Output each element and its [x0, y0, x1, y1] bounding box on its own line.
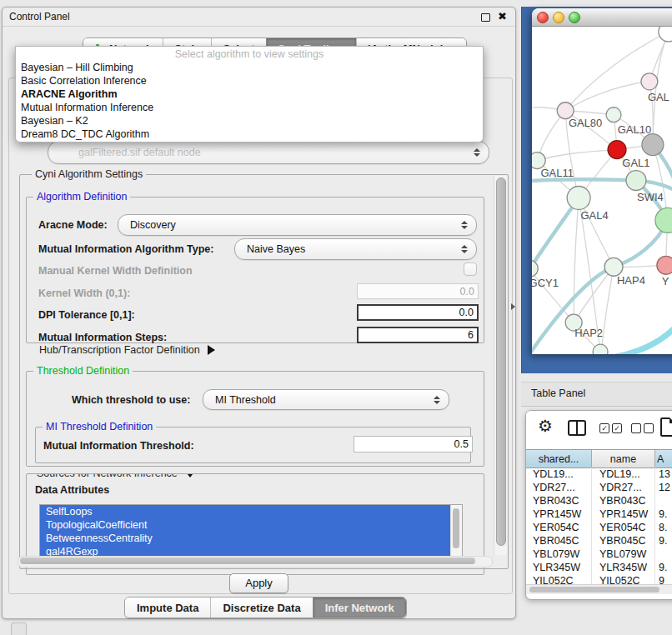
zoom-traffic-light-icon[interactable]	[569, 12, 580, 23]
data-attributes-label: Data Attributes	[35, 484, 109, 496]
table-row[interactable]: YBR043CYBR043C	[526, 494, 672, 508]
table-row[interactable]: YER054CYER054C8.	[526, 521, 672, 534]
popup-item-aracne[interactable]: ARACNE Algorithm	[19, 88, 479, 101]
aracne-mode-combobox[interactable]: Discovery	[118, 214, 477, 236]
combo-arrows-icon	[460, 221, 468, 229]
threshold-definition-title: Threshold Definition	[33, 365, 133, 377]
close-traffic-light-icon[interactable]	[537, 12, 549, 23]
sources-title-text: Sources for Network Inference	[37, 473, 178, 479]
tab-infer-network[interactable]: Infer Network	[313, 598, 406, 618]
minimized-panel-icon[interactable]	[11, 622, 27, 635]
control-panel-titlebar: Control Panel ✖	[3, 8, 515, 27]
network-view-window[interactable]: GAL GAL80 GAL10 GAL1 GAL11 GAL4 SWI4 GCY…	[532, 8, 672, 354]
network-selector-combobox[interactable]: galFiltered.sif default node	[48, 141, 489, 164]
settings-horizontal-scrollbar[interactable]	[18, 556, 493, 568]
which-threshold-combobox[interactable]: MI Threshold	[203, 389, 449, 410]
table-panel-header: Table Panel	[521, 382, 672, 407]
tab-impute-data[interactable]: Impute Data	[125, 598, 210, 618]
aracne-mode-label: Aracne Mode:	[38, 219, 108, 231]
column-header-shared-name[interactable]: shared...	[526, 450, 592, 468]
popup-item-dream8[interactable]: Dream8 DC_TDC Algorithm	[19, 128, 479, 141]
kernel-width-label: Kernel Width (0,1):	[38, 288, 130, 299]
scrollbar-thumb[interactable]	[453, 508, 459, 548]
node-gal2[interactable]	[641, 73, 658, 90]
combo-arrows-icon	[473, 148, 480, 157]
float-window-icon[interactable]	[481, 13, 490, 22]
node-label: HAP4	[617, 274, 645, 287]
table-row[interactable]: YBL079WYBL079W	[526, 548, 672, 561]
columns-icon[interactable]	[568, 420, 586, 436]
minimize-traffic-light-icon[interactable]	[553, 12, 564, 23]
column-header-partial[interactable]: A	[655, 450, 672, 468]
node-bottom[interactable]	[593, 344, 608, 354]
list-item[interactable]: SelfLoops	[40, 505, 462, 518]
table-toolbar: ⚙ ✓ ✓	[526, 411, 672, 448]
list-item[interactable]: TopologicalCoefficient	[40, 518, 462, 532]
node-green[interactable]	[626, 171, 646, 191]
tab-label: Impute Data	[137, 602, 198, 614]
checked-checkbox-icon[interactable]: ✓	[612, 423, 622, 433]
node-swi4[interactable]	[655, 208, 672, 232]
mi-threshold-title: MI Threshold Definition	[43, 421, 156, 432]
gear-icon[interactable]: ⚙	[538, 416, 553, 436]
list-vertical-scrollbar[interactable]	[450, 505, 462, 558]
algorithm-dropdown-popup: Select algorithm to view settings Bayesi…	[15, 46, 484, 142]
node-gcy1[interactable]	[532, 260, 538, 277]
manual-kernel-checkbox[interactable]	[464, 262, 477, 276]
table-body: YDL19...YDL19...13 YDR27...YDR27...12 YB…	[526, 468, 672, 599]
table-horizontal-scrollbar[interactable]	[526, 584, 672, 594]
scrollbar-thumb[interactable]	[529, 587, 659, 592]
mi-steps-label: Mutual Information Steps:	[38, 332, 167, 343]
aracne-mode-value: Discovery	[118, 219, 460, 231]
node-gray[interactable]	[642, 134, 664, 156]
node-gal10[interactable]	[606, 108, 621, 122]
table-row[interactable]: YDL19...YDL19...13	[526, 468, 672, 481]
apply-button[interactable]: Apply	[229, 573, 288, 593]
splitter-collapse-icon[interactable]	[511, 303, 515, 310]
which-threshold-value: MI Threshold	[203, 394, 433, 406]
node-hap4[interactable]	[604, 258, 623, 276]
table-row[interactable]: YDR27...YDR27...12	[526, 481, 672, 494]
popup-item-bayesian-hill-climbing[interactable]: Bayesian – Hill Climbing	[19, 61, 479, 74]
mi-steps-field[interactable]	[357, 327, 479, 343]
dpi-tolerance-field[interactable]	[357, 304, 479, 321]
mi-algorithm-type-combobox[interactable]: Naive Bayes	[234, 238, 477, 260]
node-white[interactable]	[659, 27, 672, 42]
threshold-definition-group: Threshold Definition Which threshold to …	[26, 371, 484, 467]
sources-title[interactable]: Sources for Network Inference	[33, 473, 199, 479]
collapse-down-icon	[184, 473, 196, 478]
scrollbar-thumb[interactable]	[496, 178, 506, 546]
close-icon[interactable]: ✖	[498, 10, 507, 22]
table-window: ⚙ ✓ ✓ shared... name A YDL19...YDL19...1…	[525, 410, 672, 600]
file-icon[interactable]	[660, 418, 672, 437]
data-attributes-list[interactable]: SelfLoops TopologicalCoefficient Between…	[39, 504, 463, 558]
list-item[interactable]: BetweennessCentrality	[40, 532, 462, 545]
settings-vertical-scrollbar[interactable]	[494, 176, 507, 555]
table-row[interactable]: YBR045CYBR045C9.	[526, 534, 672, 548]
node-label: HAP2	[574, 327, 603, 339]
popup-item-bayesian-k2[interactable]: Bayesian – K2	[19, 114, 479, 128]
mi-type-label: Mutual Information Algorithm Type:	[38, 243, 213, 255]
which-threshold-label: Which threshold to use:	[72, 394, 190, 406]
tab-discretize-data[interactable]: Discretize Data	[210, 598, 312, 618]
hub-transcription-section-toggle[interactable]: Hub/Transcription Factor Definition	[39, 344, 215, 356]
node-salmon[interactable]	[657, 256, 672, 274]
unchecked-checkbox-icon[interactable]	[631, 423, 641, 433]
node-label: GAL80	[569, 117, 602, 129]
kernel-width-field[interactable]	[357, 283, 479, 299]
node-label: SWI4	[637, 191, 664, 203]
table-row[interactable]: YPR145WYPR145W9.	[526, 508, 672, 521]
checked-checkbox-icon[interactable]: ✓	[599, 423, 609, 433]
unchecked-checkbox-icon[interactable]	[644, 423, 654, 433]
dpi-tolerance-label: DPI Tolerance [0,1]:	[38, 309, 135, 321]
popup-placeholder-text: Select algorithm to view settings	[16, 48, 483, 60]
mi-threshold-field[interactable]	[354, 436, 473, 452]
column-header-name[interactable]: name	[592, 450, 655, 468]
popup-item-basic-correlation[interactable]: Basic Correlation Inference	[19, 74, 479, 88]
network-canvas[interactable]: GAL GAL80 GAL10 GAL1 GAL11 GAL4 SWI4 GCY…	[532, 27, 672, 354]
popup-item-mutual-information[interactable]: Mutual Information Inference	[19, 101, 479, 114]
network-window-titlebar[interactable]	[532, 8, 672, 27]
node-gal4[interactable]	[567, 187, 590, 210]
table-row[interactable]: YLR345WYLR345W9.	[526, 561, 672, 574]
scrollbar-thumb[interactable]	[20, 558, 475, 564]
